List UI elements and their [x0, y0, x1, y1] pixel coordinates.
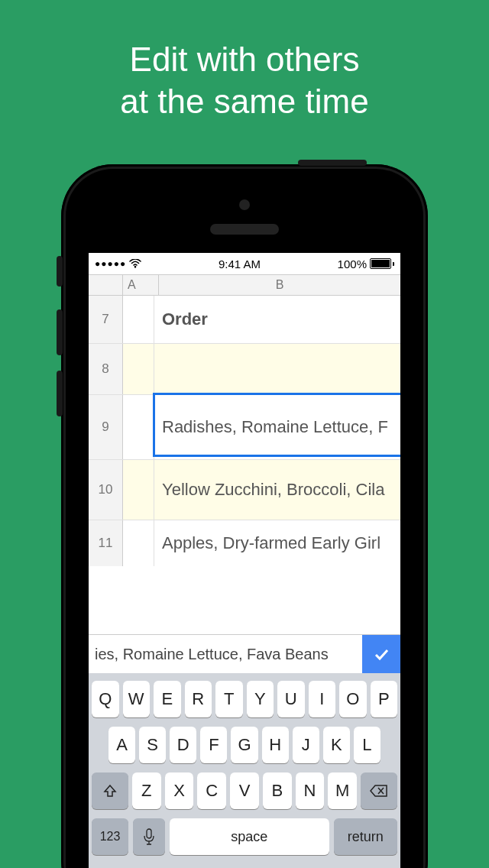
key[interactable]: P	[371, 681, 398, 717]
cell[interactable]: Apples, Dry-farmed Early Girl	[154, 520, 400, 566]
mic-key[interactable]	[133, 818, 165, 855]
cell[interactable]	[123, 395, 154, 459]
cell[interactable]: Order	[154, 296, 400, 343]
key[interactable]: Q	[92, 681, 119, 717]
key[interactable]: O	[339, 681, 367, 717]
column-header-row: A B	[89, 275, 400, 296]
key[interactable]: M	[328, 772, 357, 809]
key[interactable]: J	[293, 727, 319, 763]
return-key[interactable]: return	[334, 818, 397, 855]
phone-frame: ●●●●● 9:41 AM 100% A B	[61, 164, 428, 868]
key[interactable]: A	[108, 727, 135, 763]
key[interactable]: T	[215, 681, 243, 717]
sheet-row: 9 Radishes, Romaine Lettuce, F	[89, 395, 400, 460]
sheet-row: 8	[89, 344, 400, 395]
cell[interactable]	[123, 344, 154, 394]
row-header[interactable]: 7	[89, 296, 123, 343]
cell[interactable]	[123, 520, 154, 566]
key[interactable]: W	[123, 681, 151, 717]
space-key[interactable]: space	[170, 818, 329, 855]
key[interactable]: Z	[132, 772, 161, 809]
status-time: 9:41 AM	[219, 257, 261, 270]
row-header[interactable]: 11	[89, 520, 123, 566]
row-header[interactable]: 10	[89, 460, 123, 520]
key[interactable]: F	[200, 727, 227, 763]
cell[interactable]: Yellow Zucchini, Broccoli, Cila	[154, 460, 400, 520]
key[interactable]: Y	[247, 681, 274, 717]
key[interactable]: R	[185, 681, 212, 717]
column-header[interactable]: B	[159, 275, 400, 295]
sheet-row: 11 Apples, Dry-farmed Early Girl	[89, 520, 400, 566]
key[interactable]: G	[231, 727, 257, 763]
key[interactable]: K	[323, 727, 350, 763]
phone-screen: ●●●●● 9:41 AM 100% A B	[89, 253, 400, 868]
keyboard-row: 123 space return	[92, 818, 397, 855]
status-bar: ●●●●● 9:41 AM 100%	[89, 253, 400, 274]
key[interactable]: D	[170, 727, 196, 763]
microphone-icon	[144, 828, 154, 845]
cell[interactable]	[123, 460, 154, 520]
numbers-key[interactable]: 123	[92, 818, 128, 855]
key[interactable]: I	[309, 681, 336, 717]
check-icon	[372, 645, 390, 663]
cell-selected[interactable]: Radishes, Romaine Lettuce, F	[154, 395, 400, 459]
cell[interactable]	[123, 296, 154, 343]
key[interactable]: S	[139, 727, 166, 763]
keyboard-row: Q W E R T Y U I O P	[92, 681, 397, 717]
row-header[interactable]: 8	[89, 344, 123, 394]
sheet-row: 10 Yellow Zucchini, Broccoli, Cila	[89, 460, 400, 520]
keyboard-row: Z X C V B N M	[92, 772, 397, 809]
shift-key[interactable]	[92, 772, 128, 809]
cell-edit-bar: ies, Romaine Lettuce, Fava Beans	[89, 634, 400, 673]
key[interactable]: X	[165, 772, 194, 809]
keyboard-row: A S D F G H J K L	[92, 727, 397, 763]
key[interactable]: V	[230, 772, 259, 809]
backspace-key[interactable]	[361, 772, 397, 809]
key[interactable]: B	[263, 772, 292, 809]
sheet-row: 7 Order	[89, 296, 400, 344]
battery-icon	[370, 258, 394, 269]
key[interactable]: E	[154, 681, 181, 717]
confirm-edit-button[interactable]	[362, 635, 400, 673]
battery-percent: 100%	[338, 257, 367, 270]
cell[interactable]	[154, 344, 400, 394]
cell-edit-input[interactable]: ies, Romaine Lettuce, Fava Beans	[89, 635, 362, 673]
software-keyboard: Q W E R T Y U I O P A S D F G H	[89, 673, 400, 868]
key[interactable]: N	[296, 772, 325, 809]
svg-rect-1	[147, 829, 151, 838]
column-header[interactable]: A	[123, 275, 159, 295]
key[interactable]: L	[354, 727, 381, 763]
promo-headline: Edit with others at the same time	[0, 38, 489, 122]
row-header[interactable]: 9	[89, 395, 123, 459]
wifi-icon	[129, 259, 141, 268]
key[interactable]: U	[277, 681, 305, 717]
signal-dots-icon: ●●●●●	[95, 258, 126, 269]
key[interactable]: C	[197, 772, 226, 809]
backspace-icon	[370, 784, 388, 798]
shift-icon	[102, 783, 118, 798]
key[interactable]: H	[262, 727, 289, 763]
svg-point-0	[134, 266, 137, 268]
spreadsheet-grid[interactable]: A B 7 Order 8 9 Radishes, Romaine Lettuc…	[89, 274, 400, 634]
